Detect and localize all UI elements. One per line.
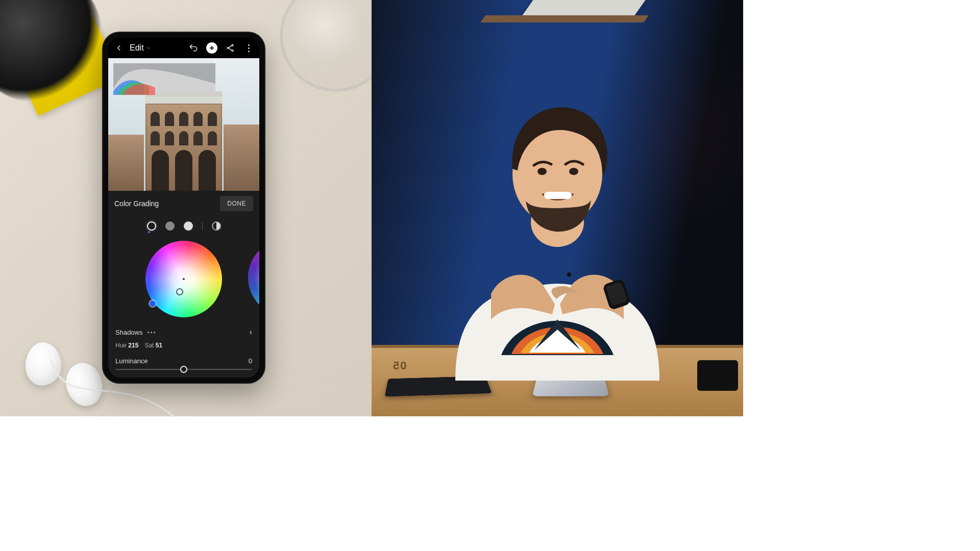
luminance-label: Luminance [115, 357, 148, 365]
done-button[interactable]: DONE [220, 196, 253, 211]
add-icon[interactable] [206, 42, 217, 54]
section-label: Shadows [115, 329, 142, 336]
left-desk-scene: Edit [0, 0, 372, 416]
svg-point-8 [569, 168, 578, 175]
panel-title: Color Grading [114, 199, 159, 208]
tone-global[interactable] [212, 221, 221, 231]
histogram-overlay [113, 63, 215, 95]
chevron-left-icon[interactable]: ‹ [250, 328, 252, 337]
color-wheel[interactable] [145, 241, 222, 317]
undo-icon[interactable] [188, 42, 199, 54]
desk-number-left: 05 [392, 359, 406, 372]
luminance-slider[interactable] [108, 366, 259, 378]
luminance-row: Luminance 0 [108, 354, 259, 366]
luminance-value: 0 [249, 357, 252, 365]
photo-building [145, 96, 222, 191]
mode-dropdown[interactable]: Edit [130, 43, 151, 53]
phone-device: Edit [102, 32, 265, 384]
tone-highlights[interactable] [184, 221, 193, 231]
photo-preview[interactable] [108, 58, 259, 191]
app-top-bar: Edit [108, 38, 259, 58]
wheel-hue-cursor[interactable] [150, 300, 156, 307]
svg-point-7 [537, 168, 547, 175]
tone-selector-row [108, 216, 259, 234]
more-h-icon[interactable] [148, 332, 155, 333]
svg-point-12 [567, 272, 571, 277]
earbud-prop [26, 342, 61, 386]
share-icon[interactable] [225, 42, 236, 54]
chevron-down-icon [146, 45, 151, 51]
svg-rect-9 [544, 192, 572, 199]
tone-midtones[interactable] [165, 221, 175, 231]
slider-thumb[interactable] [180, 366, 187, 373]
sat-label: Sat [144, 342, 154, 349]
more-icon[interactable] [243, 42, 254, 54]
wheel-selector-ring[interactable] [176, 288, 183, 295]
tone-shadows[interactable] [147, 221, 156, 231]
tone-separator [202, 222, 203, 230]
hue-label: Hue [115, 342, 127, 349]
app-screen: Edit [108, 38, 259, 378]
hue-sat-readout: Hue 215 Sat 51 [108, 340, 259, 354]
back-icon[interactable] [113, 42, 125, 54]
svg-point-0 [232, 44, 233, 46]
ceiling-beam [522, 0, 645, 15]
svg-point-1 [227, 47, 229, 49]
wheel-center-dot [183, 278, 185, 280]
sat-value: 51 [156, 342, 162, 349]
earbud-prop [61, 359, 107, 410]
svg-point-2 [232, 50, 233, 52]
adjacent-wheel-peek [248, 239, 259, 316]
panel-header: Color Grading DONE [108, 191, 259, 216]
hue-value: 215 [128, 342, 138, 349]
presenter-figure [425, 54, 690, 381]
mode-label: Edit [130, 43, 144, 53]
tone-indicator-dot [148, 231, 150, 233]
section-row[interactable]: Shadows ‹ [108, 321, 259, 340]
presenter-scene: 05 04 [372, 0, 743, 416]
desk-gadget-prop [697, 360, 738, 391]
ceiling-beam [480, 15, 649, 22]
color-wheel-area [108, 234, 259, 321]
